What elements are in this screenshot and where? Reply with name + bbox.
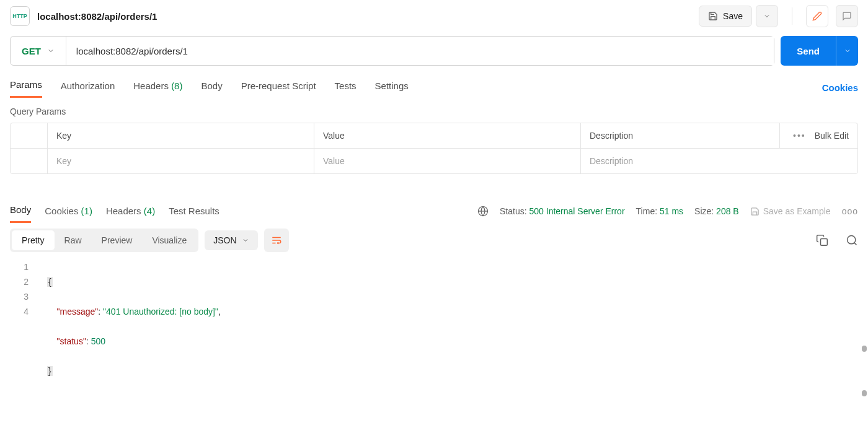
checkbox-header bbox=[11, 123, 48, 148]
tab-body[interactable]: Body bbox=[201, 78, 222, 97]
save-disk-icon bbox=[708, 11, 718, 21]
save-label: Save bbox=[723, 11, 743, 21]
search-icon[interactable] bbox=[846, 234, 858, 246]
code-brace: } bbox=[47, 366, 53, 376]
tab-prerequest[interactable]: Pre-request Script bbox=[241, 78, 316, 97]
save-button[interactable]: Save bbox=[699, 6, 752, 27]
tab-headers[interactable]: Headers (8) bbox=[133, 78, 182, 97]
save-disk-icon bbox=[750, 207, 760, 216]
resp-headers-label: Headers bbox=[106, 206, 141, 216]
status-label: Status: bbox=[500, 206, 527, 216]
resp-tab-headers[interactable]: Headers (4) bbox=[106, 201, 155, 222]
resp-tab-cookies[interactable]: Cookies (1) bbox=[45, 201, 92, 222]
save-dropdown[interactable] bbox=[756, 5, 778, 27]
json-key: "message" bbox=[57, 307, 99, 316]
line-number: 3 bbox=[10, 289, 29, 304]
resp-tab-body[interactable]: Body bbox=[10, 199, 31, 223]
json-key: "status" bbox=[57, 336, 86, 346]
url-input[interactable] bbox=[66, 37, 774, 65]
chevron-down-icon bbox=[242, 237, 249, 244]
tab-settings[interactable]: Settings bbox=[375, 78, 409, 97]
time-label: Time: bbox=[636, 206, 657, 216]
line-number: 2 bbox=[10, 274, 29, 289]
globe-icon[interactable] bbox=[477, 206, 489, 217]
line-number: 1 bbox=[10, 259, 29, 274]
save-as-example-button[interactable]: Save as Example bbox=[750, 206, 831, 216]
method-label: GET bbox=[22, 46, 41, 56]
view-preview[interactable]: Preview bbox=[92, 230, 143, 250]
chevron-down-icon bbox=[763, 12, 771, 20]
content-type-label: JSON bbox=[213, 235, 236, 245]
resp-headers-count: (4) bbox=[144, 206, 155, 216]
view-raw[interactable]: Raw bbox=[55, 230, 92, 250]
more-menu-icon[interactable]: ooo bbox=[842, 206, 858, 216]
vertical-scrollbar[interactable] bbox=[862, 390, 867, 396]
view-pretty[interactable]: Pretty bbox=[12, 230, 55, 250]
resp-cookies-count: (1) bbox=[81, 206, 92, 216]
cookies-link[interactable]: Cookies bbox=[822, 82, 858, 93]
copy-icon[interactable] bbox=[816, 234, 828, 246]
query-params-table: Key Value Description ••• Bulk Edit bbox=[10, 123, 858, 174]
tab-params[interactable]: Params bbox=[10, 77, 42, 98]
wrap-lines-button[interactable] bbox=[264, 229, 289, 252]
svg-line-6 bbox=[854, 243, 857, 245]
col-value: Value bbox=[314, 123, 581, 148]
more-options-icon[interactable]: ••• bbox=[793, 131, 806, 141]
wrap-icon bbox=[271, 235, 282, 246]
send-dropdown[interactable] bbox=[836, 36, 858, 66]
content-type-dropdown[interactable]: JSON bbox=[205, 230, 257, 250]
bulk-edit-link[interactable]: Bulk Edit bbox=[815, 131, 849, 141]
svg-point-5 bbox=[848, 236, 856, 244]
response-body-code[interactable]: 1 2 3 4 { "message": "401 Unauthorized: … bbox=[0, 257, 868, 423]
vertical-scrollbar[interactable] bbox=[862, 346, 867, 352]
pencil-icon bbox=[812, 11, 822, 21]
json-number: 500 bbox=[91, 336, 105, 346]
divider bbox=[792, 7, 792, 25]
tab-tests[interactable]: Tests bbox=[335, 78, 356, 97]
code-brace: { bbox=[47, 277, 53, 287]
request-input-group: GET bbox=[10, 36, 774, 66]
request-tab-title: localhost:8082/api/orders/1 bbox=[37, 11, 157, 22]
method-dropdown[interactable]: GET bbox=[11, 37, 66, 65]
size-value: 208 B bbox=[716, 206, 739, 216]
time-value: 51 ms bbox=[660, 206, 683, 216]
resp-tab-testresults[interactable]: Test Results bbox=[169, 201, 219, 222]
key-input[interactable] bbox=[56, 156, 305, 166]
status-value: 500 Internal Server Error bbox=[529, 206, 625, 216]
tab-headers-label: Headers bbox=[133, 81, 169, 91]
chevron-down-icon bbox=[844, 47, 851, 55]
tab-headers-count: (8) bbox=[171, 81, 182, 91]
comment-button[interactable] bbox=[836, 5, 858, 27]
json-string: "401 Unauthorized: [no body]" bbox=[103, 307, 218, 316]
view-visualize[interactable]: Visualize bbox=[142, 230, 197, 250]
col-description: Description bbox=[581, 123, 780, 148]
svg-rect-4 bbox=[821, 239, 828, 246]
chevron-down-icon bbox=[47, 47, 55, 55]
description-input[interactable] bbox=[590, 156, 771, 166]
resp-cookies-label: Cookies bbox=[45, 206, 78, 216]
comment-icon bbox=[842, 11, 852, 21]
save-example-label: Save as Example bbox=[763, 206, 831, 216]
query-params-title: Query Params bbox=[0, 98, 868, 123]
edit-button[interactable] bbox=[806, 5, 828, 27]
send-button[interactable]: Send bbox=[781, 36, 836, 66]
col-key: Key bbox=[48, 123, 314, 148]
tab-authorization[interactable]: Authorization bbox=[61, 78, 115, 97]
value-input[interactable] bbox=[323, 156, 572, 166]
size-label: Size: bbox=[694, 206, 714, 216]
row-checkbox[interactable] bbox=[11, 149, 48, 173]
http-icon: HTTP bbox=[10, 6, 30, 26]
line-number: 4 bbox=[10, 304, 29, 319]
